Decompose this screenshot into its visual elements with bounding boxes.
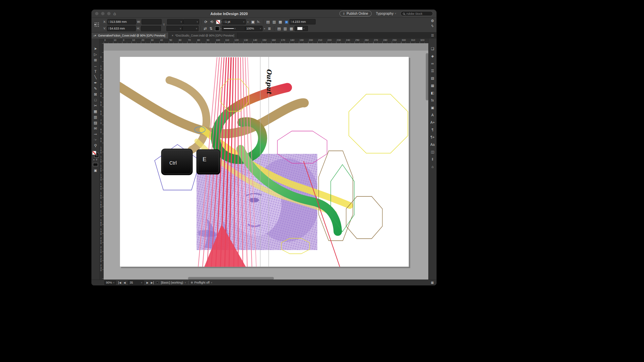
flip-vertical-button[interactable]: ⇅: [209, 26, 212, 31]
rectangle-frame-tool[interactable]: ⊠: [92, 92, 99, 97]
layers-panel-icon[interactable]: ◈: [429, 53, 436, 60]
key-ctrl[interactable]: Ctrl: [161, 149, 193, 175]
rectangle-tool[interactable]: □: [92, 97, 99, 103]
apply-color-swatch[interactable]: [93, 163, 98, 166]
stock-search-input[interactable]: [406, 12, 430, 15]
character-styles-panel-icon[interactable]: A+: [429, 119, 436, 126]
glyphs-panel-icon[interactable]: Aa: [429, 141, 436, 148]
close-button[interactable]: [95, 12, 99, 15]
scale-y-field[interactable]: ˅: [166, 26, 182, 31]
pages-panel-icon[interactable]: ❏: [429, 45, 436, 53]
fill-stroke-proxy[interactable]: [92, 151, 99, 157]
height-field[interactable]: [141, 26, 161, 31]
gear-icon[interactable]: ⚙: [431, 19, 434, 23]
stroke-swatch[interactable]: [215, 26, 219, 31]
pen-tool[interactable]: ✒: [92, 80, 99, 86]
free-transform-tool[interactable]: ▦: [92, 109, 99, 114]
reference-point-proxy[interactable]: [95, 22, 100, 27]
hand-tool[interactable]: ☞: [92, 137, 99, 143]
rotate-ccw-button[interactable]: ⟲: [210, 19, 213, 24]
eyedropper-tool[interactable]: ⊸: [92, 131, 99, 137]
frame-fitting-icon[interactable]: ▣: [285, 19, 288, 24]
opacity-field[interactable]: 100% ˅: [245, 26, 263, 31]
tab-close-icon[interactable]: ×: [172, 34, 173, 37]
expand-tools-icon[interactable]: »: [92, 33, 101, 39]
formatting-affects-text-icon[interactable]: T: [96, 158, 97, 162]
key-e[interactable]: E: [197, 149, 220, 174]
distribute-left-icon[interactable]: ▤: [277, 26, 281, 31]
corner-options-icon[interactable]: ▫: [247, 19, 249, 24]
character-panel-icon[interactable]: A: [429, 112, 436, 119]
stroke-panel-icon[interactable]: ☰: [429, 67, 436, 75]
links-panel-icon[interactable]: ∞: [429, 60, 436, 67]
drop-shadow-icon[interactable]: ▫: [264, 26, 265, 31]
preflight-status[interactable]: Preflight off˅: [191, 281, 212, 284]
direct-selection-tool[interactable]: ▷: [92, 52, 99, 57]
x-position-field[interactable]: ▴▾ 313.589 mm: [107, 19, 136, 24]
scissors-tool[interactable]: ✂: [92, 103, 99, 109]
canvas-area[interactable]: Ctrl E Output: [104, 43, 429, 280]
stroke-style-select[interactable]: ˅: [222, 26, 245, 31]
maximize-button[interactable]: [107, 12, 111, 15]
adobe-stock-search[interactable]: [400, 11, 433, 16]
y-position-field[interactable]: ▴▾ 54.633 mm: [107, 26, 136, 31]
document-tab[interactable]: × GenerativeFiction_Cover.indd @ 90% [GP…: [92, 33, 169, 39]
selection-tool[interactable]: ➤: [92, 46, 99, 52]
shear-angle-field[interactable]: ˅: [182, 26, 199, 31]
previous-page-button[interactable]: ◀: [123, 281, 125, 284]
swatches-panel-icon[interactable]: ▦: [429, 82, 436, 89]
stroke-weight-stepper[interactable]: ▴▾: [224, 20, 224, 23]
scale-x-field[interactable]: ˅: [167, 19, 183, 24]
stroke-weight-field[interactable]: ▴▾ 1 pt ˅: [222, 19, 246, 24]
color-panel-icon[interactable]: ▧: [429, 75, 436, 82]
distribute-center-icon[interactable]: ▥: [283, 26, 287, 31]
publish-online-button[interactable]: ⇧ Publish Online: [339, 11, 372, 16]
constrain-dimensions-icon[interactable]: ∞: [162, 23, 166, 25]
gradient-swatch-tool[interactable]: ▥: [92, 114, 99, 120]
zoom-level-select[interactable]: 90%˅: [104, 281, 116, 285]
home-icon[interactable]: ⌂: [113, 11, 116, 16]
paragraph-styles-panel-icon[interactable]: ¶+: [429, 134, 436, 141]
page-tool[interactable]: ⊞: [92, 57, 99, 63]
horizontal-scrollbar-thumb[interactable]: [188, 277, 274, 280]
align-right-icon[interactable]: ▦: [279, 19, 282, 24]
text-wrap-panel-icon[interactable]: ◫: [429, 148, 436, 156]
document-spread[interactable]: Ctrl E Output: [104, 43, 429, 280]
gradient-feather-tool[interactable]: ▨: [92, 120, 99, 126]
next-page-button[interactable]: ▶: [146, 281, 148, 284]
pencil-tool[interactable]: ✎: [92, 86, 99, 92]
type-tool[interactable]: T: [92, 69, 99, 74]
rotation-angle-field[interactable]: ˅: [183, 19, 199, 24]
zoom-tool[interactable]: ⚲: [92, 143, 99, 148]
corner-radius-field[interactable]: ▴▾ 4.233 mm: [289, 19, 316, 24]
preset-select[interactable]: [Basic] (working)˅: [161, 281, 186, 284]
align-left-icon[interactable]: ▤: [266, 19, 270, 24]
width-field[interactable]: [142, 19, 162, 24]
gradient-panel-icon[interactable]: ◧: [429, 89, 436, 97]
fx-label[interactable]: fx.: [257, 20, 260, 23]
formatting-affects-container-icon[interactable]: ▪: [94, 158, 95, 162]
corner-shape-select[interactable]: ˅: [294, 26, 308, 31]
align-center-icon[interactable]: ▥: [272, 19, 276, 24]
quick-apply-icon[interactable]: ϟ: [431, 24, 433, 28]
vertical-scrollbar-thumb[interactable]: [426, 53, 428, 100]
distribute-right-icon[interactable]: ▦: [289, 26, 293, 31]
align-panel-icon[interactable]: ‖: [429, 156, 436, 163]
y-stepper[interactable]: ▴▾: [108, 27, 109, 30]
fill-color-swatch[interactable]: [92, 151, 96, 155]
paragraph-panel-icon[interactable]: ¶: [429, 126, 436, 134]
stroke-swatch-arrow[interactable]: ˅: [220, 27, 221, 30]
note-tool[interactable]: ✉: [92, 126, 99, 131]
cc-libraries-panel-icon[interactable]: ⌂: [429, 163, 436, 171]
thumbnail-grid-icon[interactable]: ▦: [431, 281, 434, 284]
minimize-button[interactable]: [101, 12, 105, 15]
workspace-switcher[interactable]: Typography ˅: [376, 12, 396, 15]
object-effects-icon[interactable]: ▣: [251, 19, 255, 24]
corner-radius-stepper[interactable]: ▴▾: [291, 20, 291, 23]
flip-horizontal-button[interactable]: ⇄: [204, 26, 207, 31]
page-number-field[interactable]: 35˅: [128, 281, 144, 285]
last-page-button[interactable]: ▶: [151, 281, 154, 284]
object-styles-panel-icon[interactable]: ▣: [429, 104, 436, 112]
screen-mode-button[interactable]: ▣: [94, 169, 97, 172]
fill-swatch-none[interactable]: [216, 20, 220, 24]
